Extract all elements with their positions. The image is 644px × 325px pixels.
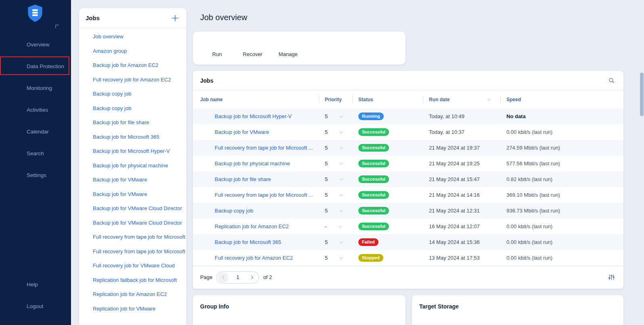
table-row[interactable]: ! Backup job for physical machine 5 Succ… — [193, 156, 623, 171]
priority-chevron-down-icon[interactable] — [339, 256, 344, 260]
column-header-job-name[interactable]: Job name — [193, 90, 319, 108]
job-name-link[interactable]: Backup job for file share — [215, 176, 276, 182]
tree-item[interactable]: ! Backup job for VMware Cloud Director — [79, 201, 186, 216]
table-search-button[interactable] — [608, 77, 615, 84]
priority-chevron-down-icon[interactable] — [339, 130, 344, 135]
sidebar-item[interactable]: Search — [0, 142, 71, 164]
job-type-icon: ! — [79, 275, 88, 284]
previous-page-button[interactable] — [218, 273, 228, 282]
tree-item[interactable]: ! Full recovery job for Amazon EC2 — [79, 73, 186, 87]
job-name-cell: ! Full recovery from tape job for Micros… — [193, 190, 319, 200]
column-header-priority[interactable]: Priority — [319, 90, 352, 108]
job-name-link[interactable]: Full recovery from tape job for Microsof… — [215, 192, 318, 198]
job-name-link[interactable]: Full recovery job for Amazon EC2 — [215, 255, 299, 261]
tree-item[interactable]: ! Backup job for Amazon EC2 — [79, 58, 186, 73]
status-badge: Successful — [358, 207, 389, 215]
tree-item[interactable]: ! Replication job for VMware — [79, 302, 186, 316]
priority-chevron-down-icon[interactable] — [339, 146, 344, 150]
priority-chevron-down-icon[interactable] — [339, 177, 344, 182]
tree-item[interactable]: ! Backup job for Microsoft Hyper-V — [79, 144, 186, 158]
job-name-link[interactable]: Replication job for Amazon EC2 — [215, 223, 295, 229]
tree-item[interactable]: ! — [79, 316, 186, 325]
sidebar-item[interactable]: Settings — [0, 164, 71, 186]
tree-item[interactable]: ! Replication failback job for Microsoft — [79, 273, 186, 288]
tree-item[interactable]: ! Backup job for Microsoft 365 — [79, 130, 186, 144]
action-button[interactable]: Run — [199, 39, 235, 57]
status-badge: Stopped — [358, 254, 383, 262]
speed-cell: 0.00 kbit/s (last run) — [500, 129, 623, 135]
tree-item[interactable]: ! Replication job for Amazon EC2 — [79, 287, 186, 302]
tree-item[interactable]: ! Backup copy job — [79, 101, 186, 116]
tree-item[interactable]: ! Full recovery from tape job for Micros… — [79, 244, 186, 259]
speed-cell: No data — [500, 113, 623, 119]
job-name-link[interactable]: Backup job for Microsoft 365 — [215, 239, 287, 245]
table-row[interactable]: ! Replication job for Amazon EC2 - Succe… — [193, 219, 623, 234]
job-name-cell: ! Backup job for VMware — [193, 127, 319, 137]
tree-item-label: Full recovery job for Amazon EC2 — [93, 77, 171, 83]
action-button[interactable]: Recover — [235, 39, 270, 57]
job-type-icon: ! — [79, 147, 88, 156]
jobs-panel-title: Jobs — [86, 15, 100, 21]
run-date-cell: 21 May 2024 at 14:16 — [423, 192, 500, 198]
priority-chevron-down-icon[interactable] — [339, 193, 344, 198]
table-row[interactable]: ! Backup job for file share 5 Successful… — [193, 171, 623, 187]
sidebar-item[interactable]: Help — [0, 273, 71, 295]
tree-item[interactable]: ! Full recovery job for VMware Cloud — [79, 258, 186, 273]
priority-chevron-down-icon[interactable] — [338, 224, 343, 229]
job-name-cell: ! Backup job for physical machine — [193, 159, 319, 168]
action-button[interactable]: Manage — [270, 39, 306, 57]
run-date-cell: 21 May 2024 at 19:37 — [423, 145, 500, 151]
priority-value: 5 — [325, 145, 328, 151]
tree-item[interactable]: ! Amazon group — [79, 44, 186, 58]
tree-item[interactable]: ! Backup job for VMware — [79, 187, 186, 202]
priority-chevron-down-icon[interactable] — [339, 114, 344, 119]
jobs-table-header: Jobs — [193, 71, 623, 90]
status-cell: Successful — [352, 207, 423, 215]
column-header-run-date[interactable]: Run date — [423, 90, 500, 108]
table-row[interactable]: ! Full recovery job for Amazon EC2 5 Sto… — [193, 250, 623, 266]
tree-item[interactable]: ! Backup job for file share — [79, 115, 186, 130]
speed-cell: 577.56 Mbit/s (last run) — [500, 160, 623, 167]
table-row[interactable]: ! Backup copy job 5 Successful 21 May 20… — [193, 203, 623, 219]
table-settings-button[interactable] — [608, 273, 615, 281]
job-type-icon: ! — [200, 190, 209, 200]
column-header-status[interactable]: Status — [352, 90, 423, 108]
table-row[interactable]: ! Backup job for VMware 5 Successful Tod… — [193, 124, 623, 140]
tree-item[interactable]: ! Backup job for physical machine — [79, 158, 186, 173]
tree-item[interactable]: ! Job overview — [79, 29, 186, 44]
sidebar-item[interactable]: 1 Data Protection — [0, 55, 71, 77]
sidebar-item[interactable]: Overview — [0, 33, 71, 55]
job-type-icon: ! — [200, 143, 209, 152]
next-page-button[interactable] — [247, 273, 257, 282]
job-name-link[interactable]: Backup job for Microsoft Hyper-V — [215, 113, 297, 119]
sidebar-item-icon — [12, 280, 21, 289]
table-row[interactable]: ! Full recovery from tape job for Micros… — [193, 140, 623, 156]
table-row[interactable]: ! Backup job for Microsoft Hyper-V 5 Run… — [193, 108, 623, 124]
sidebar-item[interactable]: Monitoring — [0, 77, 71, 99]
scrollbar-thumb[interactable] — [640, 73, 644, 116]
tree-item[interactable]: ! Full recovery from tape job for Micros… — [79, 230, 186, 244]
job-name-link[interactable]: Backup job for VMware — [215, 129, 274, 135]
priority-chevron-down-icon[interactable] — [339, 208, 344, 213]
sidebar-item[interactable]: Logout — [0, 295, 71, 317]
sort-chevron-down-icon[interactable] — [487, 97, 491, 102]
page-number-input[interactable]: 1 — [236, 274, 239, 280]
job-name-link[interactable]: Backup job for physical machine — [215, 160, 295, 167]
tree-item[interactable]: ! Backup copy job — [79, 87, 186, 101]
sidebar: Overview 1 Data Protection — [0, 0, 71, 325]
table-row[interactable]: ! Full recovery from tape job for Micros… — [193, 187, 623, 203]
sidebar-item-icon — [12, 40, 21, 49]
tree-item[interactable]: ! Backup job for VMware Cloud Director — [79, 216, 186, 230]
table-row[interactable]: ! Backup job for Microsoft 365 5 Failed … — [193, 234, 623, 250]
tree-item[interactable]: ! Backup job for VMware — [79, 173, 186, 187]
add-job-button[interactable] — [170, 13, 180, 23]
sidebar-item[interactable]: Calendar — [0, 121, 71, 142]
priority-chevron-down-icon[interactable] — [339, 161, 344, 166]
sidebar-item-label: Search — [27, 150, 44, 156]
job-name-link[interactable]: Backup copy job — [215, 208, 259, 214]
job-name-link[interactable]: Full recovery from tape job for Microsof… — [215, 145, 318, 151]
job-type-icon: ! — [79, 304, 88, 313]
column-header-speed[interactable]: Speed — [500, 90, 623, 108]
priority-chevron-down-icon[interactable] — [339, 240, 344, 245]
sidebar-item[interactable]: 1 Activities — [0, 99, 71, 121]
